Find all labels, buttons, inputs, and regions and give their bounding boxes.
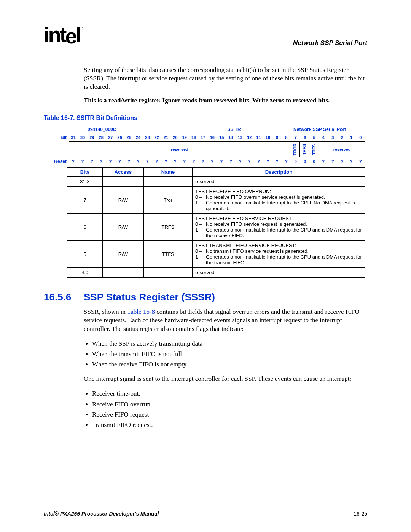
status-flags-list: When the SSP is actively transmitting da… xyxy=(84,339,367,370)
reset-value: 0 xyxy=(301,157,310,166)
bit-number: 13 xyxy=(236,134,245,141)
main-content: Setting any of these bits also causes th… xyxy=(84,66,367,430)
table-row: 4:0——reserved xyxy=(67,268,365,278)
bit-number: 11 xyxy=(254,134,263,141)
bit-number: 23 xyxy=(143,134,152,141)
col-bits: Bits xyxy=(67,168,103,177)
intro-paragraph-1: Setting any of these bits also causes th… xyxy=(84,66,367,91)
reset-row: Reset ????????????????????????000????? xyxy=(46,157,365,166)
reset-value: 0 xyxy=(310,157,319,166)
bit-number: 17 xyxy=(199,134,208,141)
register-diagram: 0x4140_000C SSITR Network SSP Serial Por… xyxy=(46,126,365,166)
reset-value: ? xyxy=(328,157,338,166)
bit-number: 31 xyxy=(69,134,78,141)
list-item: When the transmit FIFO is not full xyxy=(92,349,367,359)
bit-number: 5 xyxy=(310,134,319,141)
reset-value: ? xyxy=(245,157,254,166)
intel-logo: intel® xyxy=(44,22,84,47)
page: intel® Network SSP Serial Port Setting a… xyxy=(0,0,411,532)
bit-number: 25 xyxy=(124,134,134,141)
bit-number: 6 xyxy=(301,134,310,141)
bit-number: 10 xyxy=(263,134,272,141)
bit-number: 3 xyxy=(328,134,338,141)
table-link[interactable]: Table 16-8 xyxy=(127,308,155,315)
reset-value: ? xyxy=(97,157,106,166)
bit-number-row: Bit 313029282726252423222120191817161514… xyxy=(46,134,365,141)
reset-value: ? xyxy=(273,157,282,166)
reset-value: ? xyxy=(189,157,198,166)
bit-number: 4 xyxy=(319,134,328,141)
intro-paragraph-2: This is a read/write register. Ignore re… xyxy=(84,96,367,105)
page-number: 16-25 xyxy=(354,511,367,517)
bit-number: 27 xyxy=(106,134,115,141)
interrupt-events-list: Receiver time-out,Receive FIFO overrun,R… xyxy=(84,388,367,430)
bit-field: TRFS xyxy=(300,142,309,157)
reset-value: ? xyxy=(180,157,189,166)
register-name: SSITR xyxy=(194,127,274,132)
bit-number: 18 xyxy=(189,134,198,141)
register-address: 0x4140_000C xyxy=(46,127,194,132)
register-info-row: 0x4140_000C SSITR Network SSP Serial Por… xyxy=(46,126,365,134)
table-row: 31:8——reserved xyxy=(67,177,365,187)
bit-number: 24 xyxy=(134,134,143,141)
list-item: Receiver time-out, xyxy=(92,388,367,399)
reset-value: ? xyxy=(236,157,245,166)
reset-value: ? xyxy=(69,157,78,166)
col-name: Name xyxy=(144,168,193,177)
footer-title: Intel® PXA255 Processor Developer's Manu… xyxy=(44,511,159,517)
bit-number: 30 xyxy=(78,134,87,141)
bit-number: 28 xyxy=(97,134,106,141)
bit-field: TROR xyxy=(290,142,300,157)
reset-value: ? xyxy=(263,157,272,166)
bit-number: 20 xyxy=(171,134,180,141)
reset-value: ? xyxy=(161,157,170,166)
col-description: Description xyxy=(193,168,365,177)
reset-value: ? xyxy=(106,157,115,166)
bit-label: Bit xyxy=(46,134,69,141)
bit-number: 8 xyxy=(282,134,291,141)
reset-value: ? xyxy=(319,157,328,166)
bit-number: 14 xyxy=(226,134,236,141)
bit-number: 7 xyxy=(291,134,300,141)
bit-number: 12 xyxy=(245,134,254,141)
section-paragraph-1: SSSR, shown in Table 16-8 contains bit f… xyxy=(84,308,367,333)
table-caption: Table 16-7. SSITR Bit Definitions xyxy=(44,115,367,121)
reset-value: ? xyxy=(282,157,291,166)
reset-value: ? xyxy=(143,157,152,166)
reset-value: ? xyxy=(356,157,365,166)
bit-number: 9 xyxy=(273,134,282,141)
bit-field-row: reservedTRORTRFSTTFSreserved xyxy=(46,141,365,157)
registered-mark: ® xyxy=(81,26,84,32)
reset-value: ? xyxy=(347,157,356,166)
bit-number: 26 xyxy=(115,134,124,141)
bit-number: 22 xyxy=(152,134,161,141)
reset-value: ? xyxy=(338,157,347,166)
reset-value: ? xyxy=(171,157,180,166)
reset-value: ? xyxy=(88,157,97,166)
reset-value: ? xyxy=(217,157,226,166)
reset-value: ? xyxy=(254,157,263,166)
reset-value: ? xyxy=(208,157,217,166)
section-title: SSP Status Register (SSSR) xyxy=(84,291,215,303)
bit-number: 19 xyxy=(180,134,189,141)
reset-value: 0 xyxy=(291,157,300,166)
bit-number: 29 xyxy=(88,134,97,141)
list-item: Receive FIFO overrun, xyxy=(92,399,367,409)
reset-value: ? xyxy=(78,157,87,166)
list-item: Transmit FIFO request. xyxy=(92,420,367,430)
bit-number: 1 xyxy=(347,134,356,141)
section-heading: 16.5.6SSP Status Register (SSSR) xyxy=(44,291,367,303)
list-item: Receive FIFO request xyxy=(92,409,367,420)
section-number: 16.5.6 xyxy=(44,291,84,303)
reset-label: Reset xyxy=(46,157,69,166)
bit-number: 15 xyxy=(217,134,226,141)
list-item: When the SSP is actively transmitting da… xyxy=(92,339,367,349)
bit-number: 0 xyxy=(356,134,365,141)
reset-value: ? xyxy=(124,157,134,166)
page-header: intel® Network SSP Serial Port xyxy=(44,22,367,47)
reset-value: ? xyxy=(199,157,208,166)
reset-value: ? xyxy=(226,157,236,166)
bit-definitions-table: Bits Access Name Description 31:8——reser… xyxy=(67,167,365,278)
table-row: 7R/WTrorTEST RECEIVE FIFO OVERRUN:0 –No … xyxy=(67,187,365,214)
table-row: 6R/WTRFSTEST RECEIVE FIFO SERVICE REQUES… xyxy=(67,214,365,241)
